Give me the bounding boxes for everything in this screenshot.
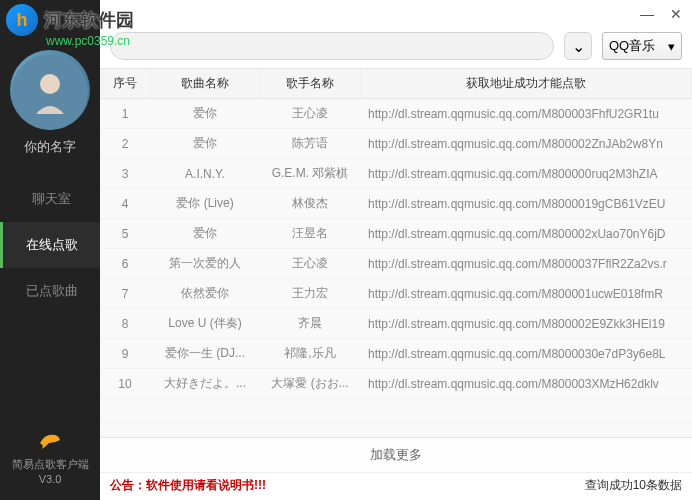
table-row <box>100 423 692 438</box>
song-table: 序号 歌曲名称 歌手名称 获取地址成功才能点歌 1爱你王心凌http://dl.… <box>100 69 692 437</box>
table-header-row: 序号 歌曲名称 歌手名称 获取地址成功才能点歌 <box>100 69 692 99</box>
table-row[interactable]: 5爱你汪昱名http://dl.stream.qqmusic.qq.com/M8… <box>100 219 692 249</box>
cell-artist: G.E.M. 邓紫棋 <box>260 159 360 189</box>
bird-icon <box>37 427 63 453</box>
cell-song: 爱你 <box>150 129 260 159</box>
brand-icon: h <box>6 4 38 36</box>
sidebar: h 河东软件园 www.pc0359.cn 你的名字 聊天室 在线点歌 已点歌曲… <box>0 0 100 500</box>
table-row[interactable]: 4爱你 (Live)林俊杰http://dl.stream.qqmusic.qq… <box>100 189 692 219</box>
load-more-button[interactable]: 加载更多 <box>100 437 692 472</box>
col-header-song[interactable]: 歌曲名称 <box>150 69 260 99</box>
cell-url: http://dl.stream.qqmusic.qq.com/M800002E… <box>360 309 692 339</box>
cell-index: 7 <box>100 279 150 309</box>
cell-url: http://dl.stream.qqmusic.qq.com/M8000019… <box>360 189 692 219</box>
avatar[interactable] <box>10 50 90 130</box>
table-row[interactable]: 7依然爱你王力宏http://dl.stream.qqmusic.qq.com/… <box>100 279 692 309</box>
brand-logo: h 河东软件园 www.pc0359.cn <box>0 0 200 40</box>
cell-song: 爱你 <box>150 219 260 249</box>
brand-subtitle: www.pc0359.cn <box>46 34 130 48</box>
cell-url: http://dl.stream.qqmusic.qq.com/M800003F… <box>360 99 692 129</box>
cell-url: http://dl.stream.qqmusic.qq.com/M800000r… <box>360 159 692 189</box>
cell-index: 10 <box>100 369 150 399</box>
app-version: V3.0 <box>0 472 100 486</box>
cell-song: 爱你 <box>150 99 260 129</box>
cell-artist: 陈芳语 <box>260 129 360 159</box>
cell-index: 6 <box>100 249 150 279</box>
cell-artist: 王力宏 <box>260 279 360 309</box>
minimize-button[interactable]: — <box>640 6 654 22</box>
cell-song: A.I.N.Y. <box>150 159 260 189</box>
cell-song: 大好きだよ。... <box>150 369 260 399</box>
svg-point-1 <box>40 74 60 94</box>
caret-down-icon: ▾ <box>668 39 675 54</box>
username-label: 你的名字 <box>0 138 100 156</box>
main-panel: — ✕ ⌄ QQ音乐 ▾ 序号 歌曲名称 歌手名称 获取地址成功才能点歌 <box>100 0 692 500</box>
close-button[interactable]: ✕ <box>670 6 682 22</box>
cell-artist: 大塚愛 (おお... <box>260 369 360 399</box>
cell-url: http://dl.stream.qqmusic.qq.com/M800002Z… <box>360 129 692 159</box>
cell-url: http://dl.stream.qqmusic.qq.com/M8000030… <box>360 339 692 369</box>
cell-url: http://dl.stream.qqmusic.qq.com/M8000037… <box>360 249 692 279</box>
cell-song: 爱你 (Live) <box>150 189 260 219</box>
cell-index: 4 <box>100 189 150 219</box>
chevron-down-icon: ⌄ <box>572 37 585 56</box>
cell-index: 5 <box>100 219 150 249</box>
cell-index: 2 <box>100 129 150 159</box>
status-text: 查询成功10条数据 <box>585 477 682 494</box>
cell-artist: 王心凌 <box>260 99 360 129</box>
cell-artist: 祁隆,乐凡 <box>260 339 360 369</box>
table-row[interactable]: 6第一次爱的人王心凌http://dl.stream.qqmusic.qq.co… <box>100 249 692 279</box>
cell-url: http://dl.stream.qqmusic.qq.com/M800002x… <box>360 219 692 249</box>
history-dropdown-button[interactable]: ⌄ <box>564 32 592 60</box>
table-row[interactable]: 10大好きだよ。...大塚愛 (おお...http://dl.stream.qq… <box>100 369 692 399</box>
sidebar-item-requested[interactable]: 已点歌曲 <box>0 268 100 314</box>
table-row[interactable]: 9爱你一生 (DJ...祁隆,乐凡http://dl.stream.qqmusi… <box>100 339 692 369</box>
notice-text: 公告：软件使用请看说明书!!! <box>110 477 266 494</box>
cell-song: 依然爱你 <box>150 279 260 309</box>
cell-index: 8 <box>100 309 150 339</box>
cell-song: 第一次爱的人 <box>150 249 260 279</box>
source-label: QQ音乐 <box>609 37 655 55</box>
col-header-index[interactable]: 序号 <box>100 69 150 99</box>
table-row[interactable]: 3A.I.N.Y.G.E.M. 邓紫棋http://dl.stream.qqmu… <box>100 159 692 189</box>
cell-index: 9 <box>100 339 150 369</box>
cell-artist: 汪昱名 <box>260 219 360 249</box>
cell-song: Love U (伴奏) <box>150 309 260 339</box>
footer: 公告：软件使用请看说明书!!! 查询成功10条数据 <box>100 472 692 500</box>
app-title: 简易点歌客户端 <box>0 457 100 471</box>
cell-index: 3 <box>100 159 150 189</box>
app-info: 简易点歌客户端 V3.0 <box>0 417 100 500</box>
col-header-artist[interactable]: 歌手名称 <box>260 69 360 99</box>
music-source-select[interactable]: QQ音乐 ▾ <box>602 32 682 60</box>
cell-artist: 王心凌 <box>260 249 360 279</box>
table-row <box>100 399 692 423</box>
sidebar-item-online-song[interactable]: 在线点歌 <box>0 222 100 268</box>
brand-title: 河东软件园 <box>44 8 134 32</box>
sidebar-menu: 聊天室 在线点歌 已点歌曲 <box>0 176 100 314</box>
cell-song: 爱你一生 (DJ... <box>150 339 260 369</box>
table-row[interactable]: 1爱你王心凌http://dl.stream.qqmusic.qq.com/M8… <box>100 99 692 129</box>
cell-url: http://dl.stream.qqmusic.qq.com/M800001u… <box>360 279 692 309</box>
cell-artist: 齐晨 <box>260 309 360 339</box>
cell-artist: 林俊杰 <box>260 189 360 219</box>
sidebar-item-chatroom[interactable]: 聊天室 <box>0 176 100 222</box>
table-row[interactable]: 8Love U (伴奏)齐晨http://dl.stream.qqmusic.q… <box>100 309 692 339</box>
table-row[interactable]: 2爱你陈芳语http://dl.stream.qqmusic.qq.com/M8… <box>100 129 692 159</box>
cell-index: 1 <box>100 99 150 129</box>
cell-url: http://dl.stream.qqmusic.qq.com/M800003X… <box>360 369 692 399</box>
col-header-url[interactable]: 获取地址成功才能点歌 <box>360 69 692 99</box>
